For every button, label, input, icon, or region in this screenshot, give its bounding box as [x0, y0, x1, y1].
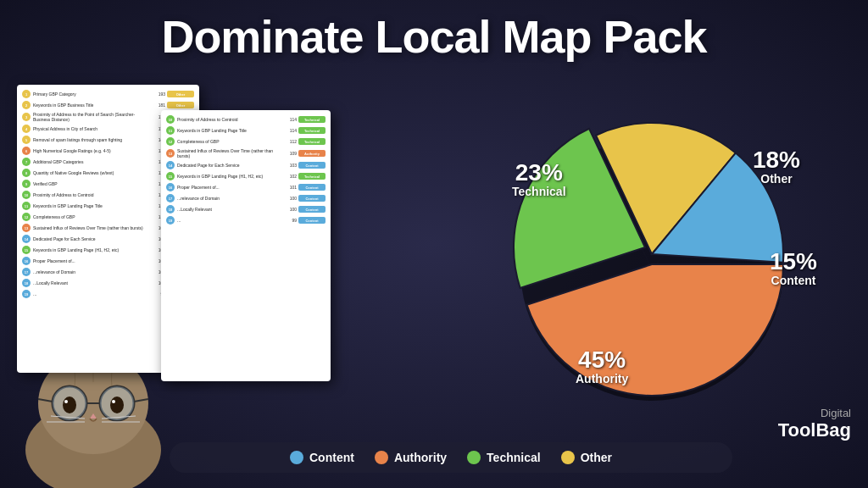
- legend-label-content: Content: [309, 451, 354, 464]
- authority-dot: [375, 451, 388, 464]
- content-dot: [290, 451, 303, 464]
- technical-dot: [467, 451, 481, 464]
- table-row: 15Keywords in GBP Landing Page (H1, H2, …: [166, 172, 326, 180]
- svg-point-15: [64, 400, 68, 403]
- table-row: 13Sustained Influx of Reviews Over Time …: [166, 148, 326, 158]
- table-row: 2Keywords in GBP Business Title181Other: [22, 101, 194, 109]
- svg-point-16: [112, 400, 115, 403]
- brand-line1: Digital: [778, 407, 851, 419]
- pie-chart-area: 23% Technical 18% Other 15% Content 45% …: [487, 80, 826, 436]
- table-row: 12Completeness of GBP112Technical: [166, 137, 326, 146]
- table-row: 18...Locally Relevant100Content: [166, 205, 326, 214]
- table-card-2: 10Proximity of Address to Centroid114Tec…: [161, 110, 331, 381]
- table-row: 17...relevance of Domain100Content: [166, 194, 326, 202]
- brand-line2: ToolBag: [778, 419, 851, 441]
- other-dot: [561, 451, 575, 464]
- table-row: 11Keywords in GBP Landing Page Title114T…: [166, 126, 326, 135]
- svg-point-14: [110, 396, 124, 413]
- page-title: Dominate Local Map Pack: [0, 10, 868, 63]
- table2-content: 10Proximity of Address to Centroid114Tec…: [166, 115, 326, 225]
- table-row: 1Primary GBP Category193Other: [22, 90, 194, 98]
- brand: Digital ToolBag: [778, 407, 851, 441]
- legend: Content Authority Technical Other: [170, 442, 732, 473]
- table-row: 19...99Content: [166, 216, 326, 225]
- legend-label-other: Other: [581, 451, 612, 464]
- legend-item-other: Other: [561, 451, 612, 464]
- legend-item-content: Content: [290, 451, 354, 464]
- legend-item-technical: Technical: [467, 451, 541, 464]
- table-row: 16Proper Placement of...101Content: [166, 183, 326, 191]
- legend-label-authority: Authority: [394, 451, 447, 464]
- table-row: 14Dedicated Page for Each Service103Cont…: [166, 161, 326, 169]
- legend-label-technical: Technical: [487, 451, 541, 464]
- table-row: 10Proximity of Address to Centroid114Tec…: [166, 115, 326, 124]
- pie-chart-svg: [487, 80, 826, 436]
- svg-point-13: [63, 396, 76, 413]
- legend-item-authority: Authority: [375, 451, 447, 464]
